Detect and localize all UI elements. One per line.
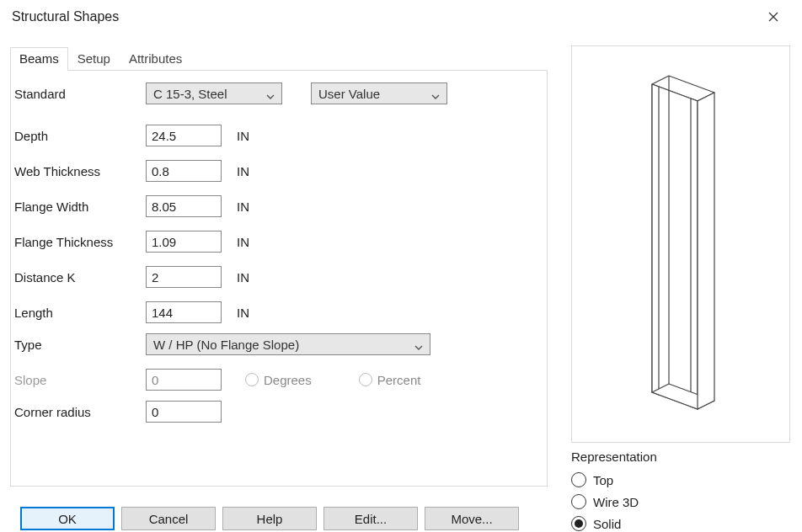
corner-radius-label: Corner radius (11, 405, 146, 419)
titlebar: Structural Shapes (0, 0, 802, 34)
web-thickness-label: Web Thickness (11, 164, 146, 178)
slope-input (146, 369, 222, 391)
flange-width-unit: IN (237, 200, 249, 214)
radio-icon (571, 472, 586, 487)
type-label: Type (11, 338, 146, 352)
svg-marker-7 (698, 93, 714, 409)
close-button[interactable] (757, 0, 790, 34)
help-button[interactable]: Help (222, 507, 317, 530)
type-select-value: W / HP (No Flange Slope) (153, 338, 299, 352)
representation-title: Representation (571, 450, 790, 464)
chevron-down-icon (431, 89, 440, 98)
help-button-label: Help (257, 512, 283, 526)
corner-radius-input[interactable] (146, 401, 222, 423)
tab-panel-beams: Standard C 15-3, Steel User Value (10, 70, 548, 487)
edit-button[interactable]: Edit... (323, 507, 418, 530)
cancel-button-label: Cancel (149, 512, 189, 526)
tabstrip: Beams Setup Attributes (10, 45, 548, 71)
length-input[interactable] (146, 301, 222, 323)
chevron-down-icon (266, 89, 275, 98)
distance-k-input[interactable] (146, 266, 222, 288)
tab-attributes-label: Attributes (129, 51, 182, 66)
radio-icon (571, 516, 586, 531)
web-thickness-unit: IN (237, 164, 249, 178)
radio-icon (359, 373, 372, 386)
flange-thickness-label: Flange Thickness (11, 235, 146, 249)
distance-k-unit: IN (237, 270, 249, 285)
representation-group: Representation Top Wire 3D Solid (571, 450, 790, 532)
beam-preview-icon (596, 59, 765, 429)
slope-degrees-radio: Degrees (245, 373, 312, 387)
length-unit: IN (237, 306, 249, 320)
slope-label: Slope (11, 373, 146, 387)
move-button[interactable]: Move... (425, 507, 519, 530)
standard-label: Standard (11, 87, 146, 101)
tab-beams[interactable]: Beams (10, 47, 68, 71)
tab-setup[interactable]: Setup (68, 47, 120, 71)
slope-percent-radio: Percent (359, 373, 421, 387)
radio-icon (245, 373, 259, 386)
flange-width-label: Flange Width (11, 200, 146, 214)
standard-select[interactable]: C 15-3, Steel (146, 82, 282, 104)
ok-button-label: OK (58, 512, 77, 526)
representation-top-radio[interactable]: Top (571, 469, 790, 491)
flange-thickness-unit: IN (237, 235, 249, 249)
svg-marker-4 (652, 84, 659, 395)
depth-unit: IN (237, 129, 249, 143)
standard-select-value: C 15-3, Steel (153, 87, 227, 101)
ok-button[interactable]: OK (20, 507, 115, 530)
depth-input[interactable] (146, 125, 222, 146)
preview-frame (571, 45, 790, 443)
depth-label: Depth (11, 129, 146, 143)
representation-solid-radio[interactable]: Solid (571, 513, 790, 532)
move-button-label: Move... (451, 512, 492, 526)
representation-solid-label: Solid (593, 517, 621, 531)
type-select[interactable]: W / HP (No Flange Slope) (146, 333, 430, 355)
tab-setup-label: Setup (78, 51, 110, 66)
representation-wire3d-label: Wire 3D (593, 495, 639, 509)
tab-beams-label: Beams (19, 51, 59, 66)
cancel-button[interactable]: Cancel (121, 507, 216, 530)
web-thickness-input[interactable] (146, 160, 222, 182)
filter-select-value: User Value (318, 87, 380, 101)
slope-percent-label: Percent (377, 373, 421, 387)
radio-icon (571, 494, 586, 509)
length-label: Length (11, 306, 146, 320)
slope-degrees-label: Degrees (264, 373, 312, 387)
representation-top-label: Top (593, 473, 613, 487)
filter-select[interactable]: User Value (311, 82, 447, 104)
chevron-down-icon (414, 340, 423, 348)
distance-k-label: Distance K (11, 270, 146, 285)
svg-marker-5 (691, 98, 698, 409)
close-icon (768, 10, 778, 24)
representation-wire3d-radio[interactable]: Wire 3D (571, 491, 790, 513)
edit-button-label: Edit... (355, 512, 387, 526)
flange-width-input[interactable] (146, 195, 222, 217)
window-title: Structural Shapes (12, 9, 757, 24)
flange-thickness-input[interactable] (146, 231, 222, 253)
tab-attributes[interactable]: Attributes (120, 47, 191, 71)
